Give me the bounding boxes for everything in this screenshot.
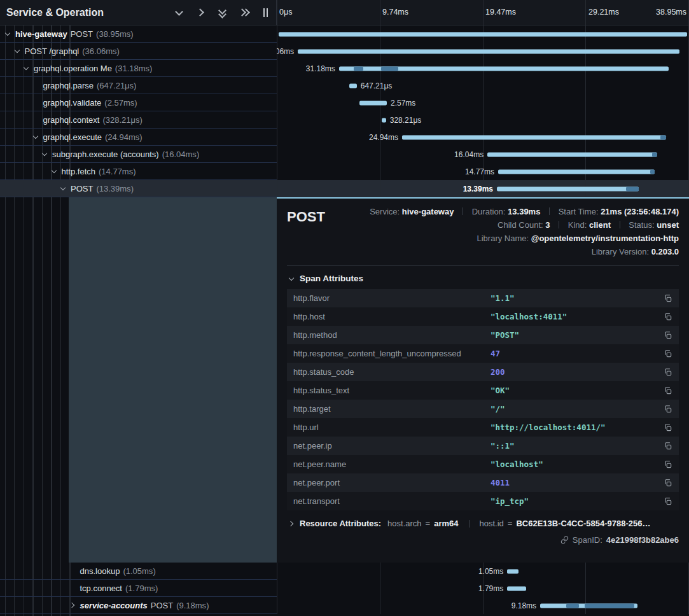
span-row[interactable]: graphql.execute 24.94ms 24.94ms (0, 129, 689, 146)
span-tree-item[interactable]: service-accounts POST 9.18ms (0, 597, 277, 614)
span-timeline[interactable]: 31.18ms (277, 60, 689, 77)
span-duration: 24.94ms (105, 132, 143, 142)
copy-icon[interactable] (661, 405, 672, 414)
span-timeline[interactable]: 328.21μs (277, 111, 689, 129)
span-tree-item[interactable]: POST 13.39ms (0, 180, 277, 197)
span-tree-item[interactable]: hive-gateway POST 38.95ms (0, 25, 277, 43)
copy-icon[interactable] (661, 331, 672, 340)
span-tree-item[interactable]: http.fetch 14.77ms (0, 163, 277, 180)
copy-icon[interactable] (661, 294, 672, 303)
span-tree-item[interactable]: tcp.connect 1.79ms (0, 580, 277, 597)
span-bar[interactable] (279, 32, 688, 36)
meta-value: 0.203.0 (651, 247, 679, 256)
span-tree-item[interactable]: POST /graphql 36.06ms (0, 43, 277, 60)
span-bar[interactable] (402, 135, 666, 139)
span-attributes-table: http.flavor "1.1" http.host "localhost:4… (287, 289, 679, 510)
chevron-down-icon[interactable] (174, 8, 184, 18)
copy-icon[interactable] (661, 442, 672, 451)
chevron-down-icon[interactable] (13, 46, 22, 55)
span-bar[interactable] (298, 49, 679, 53)
meta-label: Library Version: (592, 247, 649, 256)
attr-value: "localhost" (491, 459, 661, 469)
equals-sign: = (508, 519, 513, 528)
span-bar[interactable] (497, 186, 639, 191)
span-row[interactable]: graphql.validate 2.57ms 2.57ms (0, 94, 689, 111)
span-bar[interactable] (359, 101, 387, 105)
timeline-tick: 9.74ms (382, 8, 408, 17)
span-tree-item[interactable]: dns.lookup 1.05ms (0, 563, 277, 580)
span-bar[interactable] (339, 66, 669, 71)
span-row-selected[interactable]: POST 13.39ms 13.39ms (0, 180, 689, 197)
span-tree-item[interactable]: graphql.validate 2.57ms (0, 94, 277, 111)
meta-label: Status: (629, 220, 654, 230)
attr-row: http.response_content_length_uncompresse… (287, 344, 679, 363)
span-attributes-header[interactable]: Span Attributes (287, 274, 679, 283)
span-bar[interactable] (540, 603, 637, 608)
span-row[interactable]: dns.lookup 1.05ms 1.05ms (0, 563, 689, 580)
span-bar-segment (652, 152, 657, 157)
span-bar[interactable] (507, 569, 518, 573)
span-timeline[interactable]: 36.06ms (277, 43, 689, 60)
span-timeline[interactable]: 647.21μs (277, 77, 689, 94)
span-row[interactable]: tcp.connect 1.79ms 1.79ms (0, 580, 689, 597)
span-row[interactable]: graphql.parse 647.21μs 647.21μs (0, 77, 689, 94)
span-timeline[interactable]: 2.57ms (277, 94, 689, 111)
span-operation-name: POST (71, 29, 93, 39)
span-tree-item[interactable]: graphql.context 328.21μs (0, 111, 277, 129)
span-row[interactable]: POST /graphql 36.06ms 36.06ms (0, 43, 689, 60)
chevron-right-icon[interactable] (196, 8, 206, 18)
span-duration: 328.21μs (102, 115, 142, 125)
copy-icon[interactable] (661, 423, 672, 432)
span-row[interactable]: graphql.context 328.21μs 328.21μs (0, 111, 689, 129)
span-bar[interactable] (487, 152, 657, 157)
span-timeline[interactable]: 1.79ms (277, 580, 689, 597)
chevron-down-icon[interactable] (59, 184, 67, 193)
span-tree-item[interactable]: subgraph.execute (accounts) 16.04ms (0, 146, 277, 163)
copy-icon[interactable] (661, 497, 672, 506)
panel-resize-handle[interactable] (263, 8, 270, 17)
span-row[interactable]: graphql.operation Me 31.18ms 31.18ms (0, 60, 689, 77)
span-timeline[interactable] (277, 25, 689, 43)
link-icon[interactable] (560, 536, 569, 544)
chevron-down-icon[interactable] (22, 64, 31, 73)
double-chevron-down-icon[interactable] (218, 8, 228, 18)
span-row[interactable]: hive-gateway POST 38.95ms (0, 25, 689, 43)
leaf-spacer (31, 115, 40, 124)
chevron-down-icon[interactable] (3, 29, 12, 38)
chevron-down-icon[interactable] (31, 132, 40, 141)
span-bar-duration-label: 328.21μs (390, 116, 422, 125)
copy-icon[interactable] (661, 386, 672, 395)
span-timeline[interactable]: 16.04ms (277, 146, 689, 163)
span-tree-item[interactable]: graphql.operation Me 31.18ms (0, 60, 277, 77)
span-tree-item[interactable]: graphql.execute 24.94ms (0, 129, 277, 146)
copy-icon[interactable] (661, 460, 672, 469)
span-attributes-title: Span Attributes (300, 274, 363, 283)
span-bar[interactable] (349, 83, 357, 88)
span-service-name: hive-gateway (15, 29, 67, 39)
copy-icon[interactable] (661, 368, 672, 377)
span-name: POST (71, 184, 93, 193)
resource-key: host.id (480, 519, 504, 528)
span-bar[interactable] (382, 118, 386, 122)
span-row[interactable]: http.fetch 14.77ms 14.77ms (0, 163, 689, 180)
timeline-tick: 29.21ms (588, 8, 619, 17)
chevron-down-icon[interactable] (50, 167, 59, 176)
copy-icon[interactable] (661, 349, 672, 358)
span-timeline[interactable]: 1.05ms (277, 563, 689, 580)
span-bar[interactable] (507, 586, 526, 591)
copy-icon[interactable] (661, 479, 672, 487)
resource-attributes-row[interactable]: Resource Attributes: host.arch = arm64 h… (287, 519, 679, 528)
span-timeline[interactable]: 13.39ms (277, 180, 689, 197)
double-chevron-right-icon[interactable] (239, 8, 249, 18)
span-bar[interactable] (498, 169, 655, 174)
span-timeline[interactable]: 14.77ms (277, 163, 689, 180)
chevron-down-icon[interactable] (40, 150, 49, 158)
span-timeline[interactable]: 24.94ms (277, 129, 689, 146)
span-row[interactable]: service-accounts POST 9.18ms 9.18ms (0, 597, 689, 614)
span-timeline[interactable]: 9.18ms (277, 597, 689, 614)
leaf-spacer (68, 566, 77, 575)
copy-icon[interactable] (661, 312, 672, 321)
span-tree-item[interactable]: graphql.parse 647.21μs (0, 77, 277, 94)
span-row[interactable]: subgraph.execute (accounts) 16.04ms 16.0… (0, 146, 689, 163)
chevron-right-icon[interactable] (68, 601, 77, 610)
